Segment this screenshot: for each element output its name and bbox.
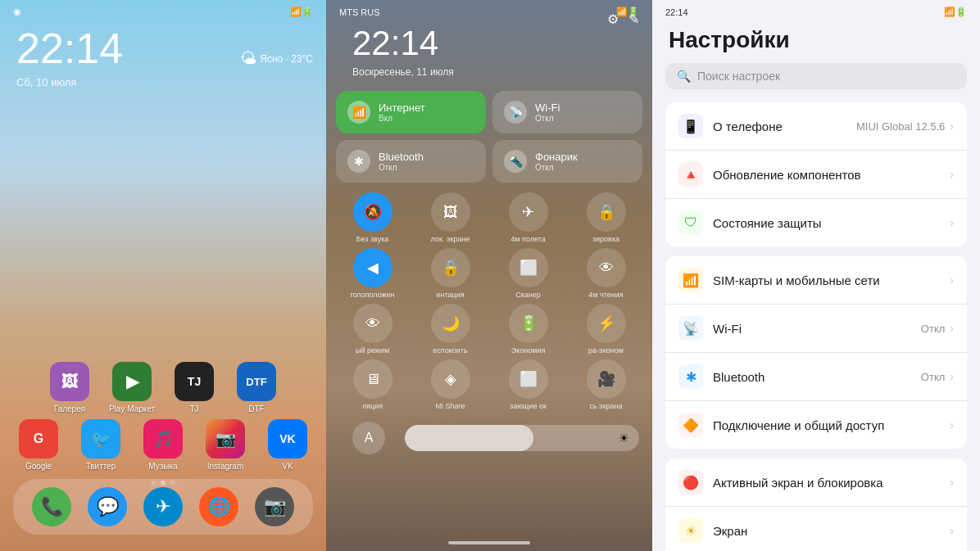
notif-date: Воскресенье, 11 июля [339,66,467,84]
security-chevron: › [950,216,954,229]
app-twitter[interactable]: 🐦 Твиттер [76,419,125,471]
toggle-dark[interactable]: 👁 ый режим [336,304,409,355]
settings-item-updates[interactable]: 🔺 Обновление компонентов › [665,151,967,199]
sim-right: › [950,273,954,287]
app-instagram[interactable]: 📷 Instagram [201,419,250,471]
mishare-icon: ◈ [431,359,470,399]
brightness-fill [405,425,533,451]
flashlight-text: Фонарик Откл [535,151,578,172]
toggle-lockscreen[interactable]: 🖼 лок. экране [414,192,487,243]
notif-edit-icon[interactable]: ✎ [628,11,639,27]
toggle-silent[interactable]: 🔕 Без звука [336,192,409,243]
ultrasave-label: ра-эконом [588,346,624,355]
display-settings-label: Экран [713,524,940,538]
toggle-flashlight[interactable]: 🔦 Фонарик Откл [492,140,642,183]
dock-chrome[interactable]: 🌐 [199,487,238,526]
toggle-wifi[interactable]: 📡 Wi-Fi Откл [492,91,642,133]
toggle-airplane[interactable]: ✈ 4м полета [492,192,565,243]
toggle-battery[interactable]: 🔋 Экономия [492,304,565,355]
about-label: О телефоне [713,120,846,133]
battery-icon: 🔋 [509,304,548,343]
notif-action-icons: ⚙ ✎ [607,11,639,27]
toggle-floatwin[interactable]: ⬜ зающие ок [492,359,565,410]
bt-chevron: › [950,370,954,383]
search-placeholder-text: Поиск настроек [697,70,780,83]
app-vk-label: VK [282,462,293,471]
settings-status-icons: 📶🔋 [944,7,967,17]
sim-icon: 📶 [678,268,703,292]
control-center: MTS RUS 📶🔋 22:14 Воскресенье, 11 июля ⚙ … [326,0,652,551]
dark-label: ый режим [356,346,389,355]
toggle-internet[interactable]: 📶 Интернет Вкл [336,91,486,133]
bluetooth-text: Bluetooth Откл [379,151,424,172]
app-music[interactable]: 🎵 Музыка [138,419,188,471]
home-status-right: 📶🔋 [290,7,313,17]
notif-small-toggles: 🔕 Без звука 🖼 лок. экране ✈ 4м полета 🔒 … [326,189,652,413]
app-gallery[interactable]: 🖼 Галерея [45,362,94,413]
notif-quick-toggles: 📶 Интернет Вкл 📡 Wi-Fi Откл ✱ Bluetooth … [326,84,652,189]
app-twitter-icon: 🐦 [81,419,120,458]
wifi-status: Откл [921,323,946,335]
nc-keyboard-btn[interactable]: A [352,422,385,454]
app-twitter-label: Твиттер [86,462,116,471]
app-music-icon: 🎵 [143,419,183,458]
settings-search-bar[interactable]: 🔍 Поиск настроек [665,63,967,89]
app-google[interactable]: G Google [14,419,63,471]
dock-phone[interactable]: 📞 [32,487,71,526]
security-right: › [950,216,954,229]
toggle-reading[interactable]: 👁 4м чтения [569,248,642,299]
toggle-cast[interactable]: 🖥 ляция [336,359,409,410]
app-dtf-icon: DTF [237,362,276,401]
lockscreen-settings-icon: 🔴 [678,470,703,495]
settings-item-connection[interactable]: 🔶 Подключение и общий доступ › [665,401,967,449]
toggle-dnd[interactable]: 🌙 еспокоить [414,304,487,355]
notif-bottom-bar [326,541,652,544]
home-app-grid-row2: G Google 🐦 Твиттер 🎵 Музыка 📷 Instagram … [0,413,326,477]
settings-item-wifi[interactable]: 📡 Wi-Fi Откл › [665,305,967,353]
toggle-mishare[interactable]: ◈ Mi Share [414,359,487,410]
brightness-bar[interactable]: ☀ [405,425,639,451]
notif-settings-icon[interactable]: ⚙ [607,11,619,27]
dock-messages[interactable]: 💬 [88,487,127,526]
connection-label: Подключение и общий доступ [713,418,940,432]
settings-item-lockscreen[interactable]: 🔴 Активный экран и блокировка › [665,458,967,507]
toggle-screenrec[interactable]: 🎥 сь экрана [569,359,642,410]
toggle-rotation[interactable]: 🔒 ентация [414,248,487,299]
app-playmarket[interactable]: ▶ Play Маркет [107,362,157,413]
settings-item-bluetooth[interactable]: ✱ Bluetooth Откл › [665,353,967,401]
dock-telegram[interactable]: ✈ [143,487,183,526]
toggle-lock[interactable]: 🔒 зировка [569,192,642,243]
settings-title: Настройки [652,20,980,63]
bt-status: Откл [921,371,946,383]
connection-right: › [950,418,954,431]
brightness-sun-icon: ☀ [619,431,629,445]
toggle-scanner[interactable]: ⬜ Сканер [492,248,565,299]
brightness-control[interactable]: ☀ [405,425,639,451]
connection-chevron: › [950,418,954,431]
app-tj-icon: TJ [175,362,214,401]
lockscreen-settings-label: Активный экран и блокировка [713,476,940,490]
toggle-ultrasave[interactable]: ⚡ ра-эконом [569,304,642,355]
reading-icon: 👁 [587,248,626,287]
settings-item-security[interactable]: 🛡 Состояние защиты › [665,199,967,246]
notif-time: 22:14 [339,20,467,66]
search-icon: 🔍 [677,70,691,83]
sim-label: SIM-карты и мобильные сети [713,273,940,287]
home-screen: ◉ 📶🔋 22:14 Сб, 10 июля 🌤 Ясно · 23°C 🖼 Г… [0,0,326,551]
silent-label: Без звука [356,235,389,243]
settings-item-sim[interactable]: 📶 SIM-карты и мобильные сети › [665,256,967,305]
settings-item-about[interactable]: 📱 О телефоне MIUI Global 12.5.6 › [665,102,967,151]
wifi-settings-label: Wi-Fi [713,322,911,336]
app-tj[interactable]: TJ TJ [170,362,219,413]
dock-camera[interactable]: 📷 [255,487,294,526]
app-dtf[interactable]: DTF DTF [232,362,281,413]
toggle-bluetooth[interactable]: ✱ Bluetooth Откл [336,140,486,183]
wifi-icon: 📡 [504,101,527,124]
home-app-grid-row1: 🖼 Галерея ▶ Play Маркет TJ TJ DTF DTF [0,355,326,420]
app-vk[interactable]: VK VK [263,419,312,471]
lock-label: зировка [592,235,619,243]
lockscreen-settings-chevron: › [950,476,954,489]
settings-item-display[interactable]: ☀ Экран › [665,507,967,551]
settings-group-device: 🔴 Активный экран и блокировка › ☀ Экран … [665,458,967,551]
toggle-location[interactable]: ◀ голоположен [336,248,409,299]
